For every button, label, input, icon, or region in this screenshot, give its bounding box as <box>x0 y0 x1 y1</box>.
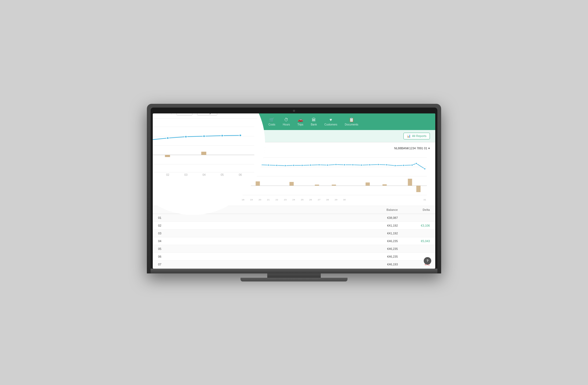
table-row: 07 €46,193 -€42 <box>153 261 435 268</box>
nav-item-customers[interactable]: ♥ Customers <box>324 117 337 126</box>
zoom-content: Cash Flow DAILY | MONTHLY | 2019 <box>153 113 265 187</box>
bank-icon: 🏛 <box>312 117 316 122</box>
stand-foot <box>240 278 348 281</box>
svg-point-94 <box>221 135 223 137</box>
svg-rect-16 <box>315 185 319 186</box>
svg-rect-88 <box>165 155 170 157</box>
zoom-chart-area: 60,000 40,000 20,000 0 -20,000 -40,000 <box>153 123 257 182</box>
svg-point-50 <box>411 164 413 166</box>
svg-text:29: 29 <box>335 198 337 201</box>
svg-point-39 <box>318 164 320 166</box>
svg-point-38 <box>310 164 312 166</box>
svg-text:03: 03 <box>184 173 188 176</box>
nav-item-costs[interactable]: 🛒 Costs <box>269 117 276 126</box>
nav-item-hours[interactable]: ⏱ Hours <box>283 117 290 126</box>
svg-point-41 <box>335 164 337 165</box>
svg-point-46 <box>377 164 379 165</box>
table-row: 08 €50,434 €4,241 <box>153 268 435 269</box>
chevron-down-icon: ▾ <box>428 147 430 150</box>
svg-text:05: 05 <box>221 173 224 176</box>
laptop-stand <box>147 273 441 278</box>
svg-point-45 <box>369 164 371 166</box>
costs-icon: 🛒 <box>269 117 274 122</box>
stand-neck <box>267 273 321 278</box>
screen-bezel: ⌂ Dashboard 📄 Invoices 🛒 Costs <box>151 108 437 269</box>
svg-point-42 <box>343 164 345 166</box>
nav-item-trips[interactable]: 🚗 Trips <box>297 117 303 126</box>
svg-point-49 <box>403 165 404 166</box>
svg-point-44 <box>360 164 362 166</box>
table-row: 01 €38,087 <box>153 214 435 222</box>
laptop-base <box>151 269 437 273</box>
svg-point-48 <box>394 165 396 166</box>
zoom-year-select[interactable]: 2019 <box>177 113 192 116</box>
svg-text:02: 02 <box>166 173 169 176</box>
svg-point-34 <box>276 165 278 166</box>
svg-point-91 <box>167 137 169 139</box>
hours-icon: ⏱ <box>284 117 288 122</box>
nav-item-documents[interactable]: 📋 Documents <box>345 117 358 126</box>
svg-text:04: 04 <box>203 173 206 176</box>
svg-text:19: 19 <box>250 198 253 201</box>
svg-text:26: 26 <box>309 198 312 201</box>
svg-text:27: 27 <box>318 198 320 201</box>
svg-point-47 <box>386 164 388 166</box>
svg-point-40 <box>327 164 329 166</box>
help-button[interactable]: ? <box>424 257 431 265</box>
svg-point-52 <box>424 168 426 170</box>
table-row: 03 €41,192 <box>153 230 435 237</box>
svg-text:25: 25 <box>301 198 303 201</box>
zoom-tab-group: DAILY | MONTHLY | 2019 <box>153 113 257 119</box>
svg-text:30: 30 <box>343 198 346 201</box>
svg-point-33 <box>268 164 269 166</box>
bank-account-select[interactable]: NL88BANK1234 7891 01 ▾ <box>394 147 430 150</box>
svg-point-36 <box>293 165 295 166</box>
trips-icon: 🚗 <box>298 117 303 122</box>
svg-rect-21 <box>416 186 421 192</box>
svg-rect-15 <box>289 182 294 186</box>
svg-text:24: 24 <box>292 198 295 201</box>
table-row: 02 €41,192 €3,106 <box>153 222 435 230</box>
zoom-month-select[interactable]: January <box>197 113 217 116</box>
bar-chart-icon: 📊 <box>407 134 411 138</box>
svg-text:18: 18 <box>242 198 244 201</box>
camera <box>293 110 295 112</box>
svg-point-35 <box>284 165 286 166</box>
svg-text:06: 06 <box>239 173 242 176</box>
svg-point-43 <box>352 164 354 166</box>
nav-item-bank[interactable]: 🏛 Bank <box>311 117 317 126</box>
svg-point-95 <box>239 134 241 136</box>
table-row: 06 €46,235 <box>153 253 435 261</box>
svg-point-51 <box>415 163 417 164</box>
table-row: 04 €46,235 €5,043 <box>153 237 435 245</box>
svg-point-92 <box>185 136 187 138</box>
svg-text:20: 20 <box>258 198 261 201</box>
documents-icon: 📋 <box>349 117 354 122</box>
svg-text:23: 23 <box>284 198 287 201</box>
svg-point-93 <box>203 135 205 137</box>
svg-text:28: 28 <box>326 198 329 201</box>
svg-rect-20 <box>408 179 412 186</box>
svg-text:31: 31 <box>423 198 426 201</box>
svg-rect-18 <box>366 182 370 186</box>
svg-rect-14 <box>256 181 260 186</box>
laptop-screen: ⌂ Dashboard 📄 Invoices 🛒 Costs <box>153 113 435 269</box>
svg-rect-17 <box>332 185 336 186</box>
laptop-shell: ⌂ Dashboard 📄 Invoices 🛒 Costs <box>147 104 441 273</box>
svg-text:21: 21 <box>267 198 270 201</box>
data-table: Balance Delta 01 €38,087 02 <box>153 206 435 269</box>
zoom-tab-monthly[interactable]: MONTHLY <box>153 113 166 114</box>
customers-icon: ♥ <box>330 117 332 122</box>
svg-text:22: 22 <box>276 198 278 201</box>
table-row: 05 €46,235 <box>153 245 435 253</box>
svg-point-37 <box>301 165 303 166</box>
all-reports-button[interactable]: 📊 All Reports <box>403 133 430 139</box>
svg-rect-89 <box>201 152 206 155</box>
svg-rect-19 <box>383 184 387 186</box>
